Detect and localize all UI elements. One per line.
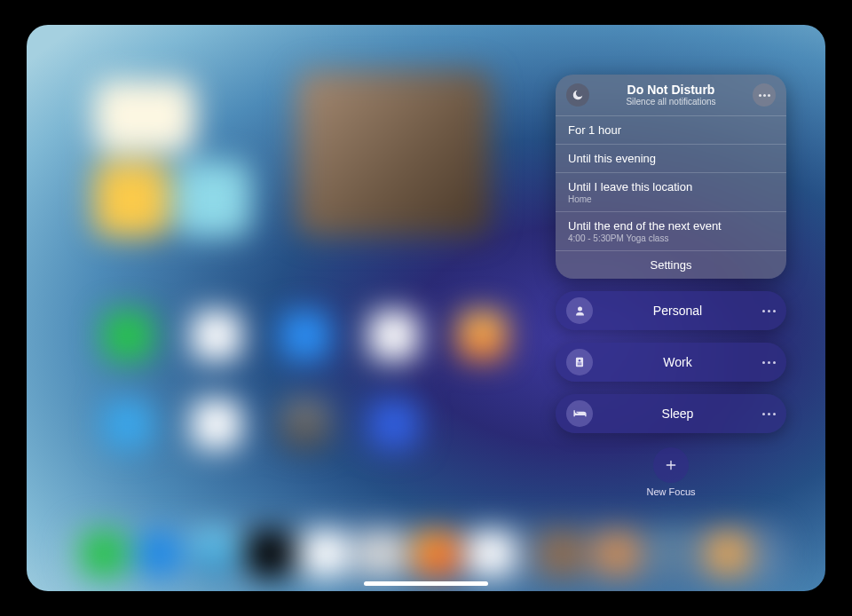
screen: Do Not Disturb Silence all notifications… xyxy=(27,25,825,591)
svg-rect-2 xyxy=(578,363,582,364)
focus-label: Work xyxy=(593,355,762,369)
new-focus-control: New Focus xyxy=(556,447,786,497)
dnd-option-label: Until I leave this location xyxy=(568,180,774,193)
home-indicator[interactable] xyxy=(364,581,488,586)
dnd-more-button[interactable] xyxy=(753,83,776,107)
svg-point-1 xyxy=(579,359,581,362)
dnd-option-sublabel: 4:00 - 5:30PM Yoga class xyxy=(568,233,774,243)
svg-rect-3 xyxy=(578,365,582,366)
focus-pill-sleep[interactable]: Sleep xyxy=(556,394,786,433)
dnd-option-for-1-hour[interactable]: For 1 hour xyxy=(556,115,786,144)
dnd-option-label: Until the end of the next event xyxy=(568,219,774,233)
dnd-title: Do Not Disturb xyxy=(598,83,744,97)
dnd-option-until-leave-location[interactable]: Until I leave this location Home xyxy=(556,172,786,211)
plus-icon xyxy=(664,458,678,472)
dnd-option-until-evening[interactable]: Until this evening xyxy=(556,144,786,172)
ellipsis-icon[interactable] xyxy=(762,310,776,312)
person-icon xyxy=(566,297,593,324)
svg-rect-0 xyxy=(576,358,583,367)
ellipsis-icon[interactable] xyxy=(762,413,776,415)
moon-icon[interactable] xyxy=(566,83,589,107)
focus-label: Personal xyxy=(593,304,762,318)
dnd-option-until-next-event[interactable]: Until the end of the next event 4:00 - 5… xyxy=(556,211,786,250)
badge-icon xyxy=(566,349,593,375)
dnd-subtitle: Silence all notifications xyxy=(598,97,744,107)
dnd-card: Do Not Disturb Silence all notifications… xyxy=(556,75,786,279)
focus-pill-personal[interactable]: Personal xyxy=(556,291,786,330)
focus-label: Sleep xyxy=(593,407,762,421)
dnd-option-label: Until this evening xyxy=(568,152,774,165)
dnd-option-label: For 1 hour xyxy=(568,123,774,137)
focus-panel: Do Not Disturb Silence all notifications… xyxy=(556,75,786,497)
ellipsis-icon[interactable] xyxy=(762,361,776,364)
ellipsis-icon xyxy=(759,94,770,97)
dnd-settings-link[interactable]: Settings xyxy=(556,250,786,279)
new-focus-button[interactable] xyxy=(653,447,689,483)
new-focus-label: New Focus xyxy=(646,486,695,497)
device-frame: Do Not Disturb Silence all notifications… xyxy=(0,0,852,616)
focus-pill-work[interactable]: Work xyxy=(556,343,786,382)
dnd-header: Do Not Disturb Silence all notifications xyxy=(556,75,786,115)
bed-icon xyxy=(566,400,593,427)
dnd-title-block: Do Not Disturb Silence all notifications xyxy=(598,83,744,107)
dnd-option-sublabel: Home xyxy=(568,194,774,204)
